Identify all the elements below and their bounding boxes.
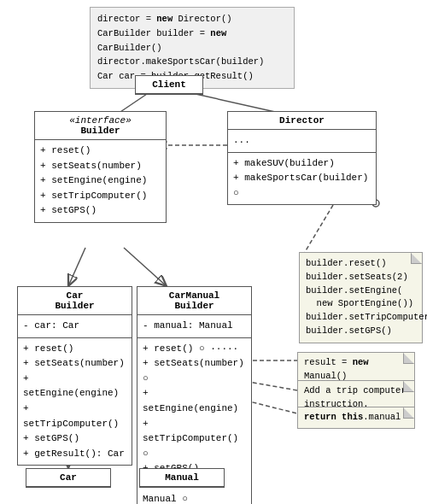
car-builder-fields: - car: Car	[18, 315, 132, 338]
car-manual-method-4: + setTripComputer() ○	[143, 417, 246, 462]
director-header: Director	[228, 112, 376, 130]
client-box: Client	[135, 75, 203, 95]
result-note-text: result = new Manual()	[304, 356, 408, 384]
builder-method-1: + reset()	[40, 144, 161, 159]
manual-label: Manual	[165, 472, 199, 483]
car-builder-box: CarBuilder - car: Car + reset() + setSea…	[17, 286, 132, 466]
car-builder-method-6: + getResult(): Car	[23, 447, 126, 462]
manual-header: Manual	[140, 469, 224, 487]
car-builder-method-3: + setEngine(engine)	[23, 372, 126, 401]
car-label: Car	[60, 472, 77, 483]
director-note-3: builder.setEngine(	[306, 284, 416, 298]
car-builder-method-2: + setSeats(number)	[23, 356, 126, 372]
builder-methods: + reset() + setSeats(number) + setEngine…	[35, 140, 166, 222]
director-note: builder.reset() builder.setSeats(2) buil…	[299, 252, 423, 343]
car-manual-method-2: + setSeats(number) ○	[143, 356, 246, 386]
builder-name: Builder	[80, 126, 120, 136]
manual-box: Manual	[139, 468, 225, 488]
car-builder-method-1: + reset()	[23, 342, 126, 357]
car-builder-method-5: + setGPS()	[23, 431, 126, 447]
car-manual-method-1: + reset() ○ ·····	[143, 342, 246, 357]
car-builder-method-4: + setTripComputer()	[23, 401, 126, 431]
svg-line-3	[124, 248, 167, 286]
svg-line-5	[305, 205, 333, 252]
builder-box: «interface» Builder + reset() + setSeats…	[34, 111, 167, 223]
director-method-1: + makeSUV(builder)	[233, 156, 371, 172]
car-manual-builder-name: CarManualBuilder	[169, 290, 219, 311]
car-builder-header: CarBuilder	[18, 287, 132, 315]
director-note-5: builder.setTripComputer()	[306, 311, 416, 325]
client-label: Client	[152, 79, 186, 90]
code-line-3: director.makeSportsCar(builder)	[97, 55, 287, 69]
director-field-1: ...	[233, 133, 371, 149]
builder-stereotype: «interface»	[40, 115, 161, 126]
director-note-4: new SportEngine())	[306, 297, 416, 311]
car-manual-builder-fields: - manual: Manual	[137, 315, 251, 338]
car-header: Car	[26, 469, 110, 487]
builder-method-4: + setTripComputer()	[40, 189, 161, 204]
car-manual-field-1: - manual: Manual	[143, 319, 246, 334]
director-name: Director	[279, 115, 325, 126]
director-methods: + makeSUV(builder) + makeSportsCar(build…	[228, 153, 376, 205]
builder-method-5: + setGPS()	[40, 203, 161, 219]
director-note-1: builder.reset()	[306, 257, 416, 271]
client-header: Client	[136, 76, 202, 94]
car-builder-field-1: - car: Car	[23, 319, 126, 334]
car-manual-method-3: + setEngine(engine)	[143, 386, 246, 416]
svg-line-2	[68, 248, 85, 286]
director-note-2: builder.setSeats(2)	[306, 271, 416, 284]
car-builder-name: CarBuilder	[55, 290, 94, 311]
car-builder-methods: + reset() + setSeats(number) + setEngine…	[18, 338, 132, 466]
car-manual-builder-header: CarManualBuilder	[137, 287, 251, 315]
builder-header: «interface» Builder	[35, 112, 166, 140]
uml-diagram: director = new Director() CarBuilder bui…	[0, 0, 427, 504]
director-box: Director ... + makeSUV(builder) + makeSp…	[227, 111, 377, 205]
car-box: Car	[26, 468, 111, 488]
code-line-2: CarBuilder builder = new CarBuilder()	[97, 26, 287, 56]
code-line-1: director = new Director()	[97, 12, 287, 26]
director-fields: ...	[228, 130, 376, 153]
builder-method-2: + setSeats(number)	[40, 159, 161, 174]
director-note-6: builder.setGPS()	[306, 325, 416, 338]
director-method-2: + makeSportsCar(builder) ○	[233, 171, 371, 201]
return-note-text: return this.manual	[304, 411, 408, 425]
builder-method-3: + setEngine(engine)	[40, 173, 161, 189]
return-note: return this.manual	[297, 407, 415, 429]
